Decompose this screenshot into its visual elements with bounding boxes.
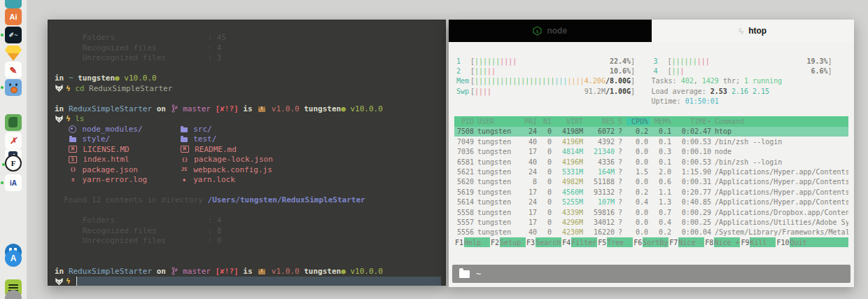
swap-meter: Swp[||||91.2M/1.00G]	[454, 86, 652, 96]
terminal-line	[55, 63, 441, 74]
tab-bar: s node ϟ htop	[449, 20, 854, 42]
fkey-f6[interactable]: F6	[633, 239, 643, 246]
gem-icon: ◆	[180, 176, 189, 183]
wolf-icon	[55, 115, 64, 123]
process-row[interactable]: 6581tungsten4004196M4336?0.00.10:00.53/b…	[454, 157, 848, 167]
lightning-icon: ϟ	[738, 26, 743, 36]
app-hyper-terminal[interactable]: ✐~	[5, 27, 22, 43]
fkey-label-setup[interactable]: Setup	[500, 237, 526, 247]
terminal-line: ≡ yarn-error.log ◆ yarn.lock	[55, 175, 441, 186]
fkey-label-sortby[interactable]: SortBy	[643, 237, 668, 247]
tab-htop[interactable]: ϟ htop	[652, 20, 855, 42]
app-paw[interactable]	[5, 79, 22, 96]
fkey-label-quit[interactable]: Quit	[790, 237, 816, 247]
meter-bars: |||||10.6%	[475, 66, 631, 76]
process-row[interactable]: 5621tungsten2405331M164M?1.52.01:15.90/A…	[454, 167, 848, 176]
app-evernote[interactable]	[5, 114, 22, 131]
branch-icon	[172, 104, 178, 113]
htop-panel: 1[||||||||||22.4%]2[|||||10.6%]Mem[|||||…	[449, 42, 854, 247]
left-terminal-window[interactable]: Folders : 45 Recognized files : 4 Unreco…	[48, 20, 446, 286]
fkey-label-nice-[interactable]: Nice +	[714, 237, 740, 247]
cpu-meter-1: 1[||||||||||22.4%]	[454, 56, 652, 66]
pkg-icon	[258, 105, 266, 113]
app-sketch[interactable]	[5, 44, 22, 61]
branch-icon	[172, 267, 178, 275]
fkey-label-nice-[interactable]: Nice -	[678, 237, 704, 247]
terminal-output: Folders : 45 Recognized files : 4 Unreco…	[48, 20, 445, 286]
running-indicator	[2, 163, 5, 166]
terminal-line	[55, 256, 441, 267]
dock: Ai✐~✎✗FiAA	[0, 0, 27, 299]
fkey-bar-filler	[816, 237, 848, 247]
terminal-line: ϟ ls	[55, 114, 441, 125]
fkey-label-tree[interactable]: Tree	[607, 237, 633, 247]
terminal-line: in ReduxSimpleStarter on master [✘!?] is…	[55, 104, 441, 114]
app-partial-top[interactable]	[5, 0, 22, 8]
fkey-label-help[interactable]: Help	[464, 237, 490, 247]
meter-bars: |||||||||19.3%	[672, 56, 828, 66]
terminal-line: M LICENSE.MD M README.md	[55, 144, 441, 155]
folder-icon	[69, 136, 78, 143]
fkey-label-search[interactable]: Search	[536, 237, 561, 247]
load-average-line: Load average: 2.53 2.16 2.15	[652, 86, 849, 96]
terminal-line: 5 index.html {} package-lock.json	[55, 155, 441, 165]
fkey-f10[interactable]: F10	[776, 239, 790, 246]
svg-text:s: s	[536, 29, 539, 34]
memory-meter: Mem[||||||||||||||||||||||||||4.20G/8.00…	[454, 76, 652, 86]
terminal-line: style/ test/	[55, 134, 441, 145]
app-store[interactable]: A	[5, 250, 22, 267]
process-row[interactable]: 5614tungsten2405255M107M?0.41.30:40.85/A…	[454, 197, 848, 207]
md-icon: M	[181, 146, 189, 153]
node-hexagon-icon: s	[533, 26, 542, 36]
pkg-icon	[258, 267, 266, 275]
meter-bars: ||||91.2M/1.00G	[475, 86, 631, 96]
log-icon: ≡	[69, 176, 78, 183]
process-row[interactable]: 5556tungsten4004230M16220?0.00.20:00.04/…	[454, 228, 848, 237]
app-framer[interactable]: F	[5, 155, 22, 172]
meter-label: 3	[652, 57, 668, 65]
terminal-line: Recognized files : 4	[55, 43, 441, 53]
footer-path: ~	[476, 269, 481, 279]
process-row[interactable]: 7036tungsten1704814M21340?0.00.30:00.10n…	[454, 147, 848, 157]
process-row[interactable]: 5619tungsten1704560M93132?0.21.10:20.77/…	[454, 187, 848, 197]
app-illustrator[interactable]: Ai	[5, 8, 22, 25]
terminal-line: Found 12 contents in directory /Users/tu…	[55, 195, 441, 206]
cpu-meter-3: 3[|||||||||19.3%]	[652, 56, 849, 66]
fkey-f1[interactable]: F1	[454, 239, 464, 246]
process-row[interactable]: 5620tungsten804982M51188?0.00.60:00.31/A…	[454, 177, 848, 187]
app-sketchpad[interactable]: ✗	[5, 132, 22, 149]
cpu-meter-2: 2[|||||10.6%]	[454, 66, 652, 76]
process-row[interactable]: 5558tungsten1704339M59816?0.00.70:00.29/…	[454, 207, 848, 217]
process-row[interactable]: 7049tungsten4004196M4392?0.00.10:00.53/b…	[454, 137, 848, 146]
fkey-label-filter[interactable]: Filter	[571, 237, 597, 247]
process-table-header: PIDUSERPRINIVIRTRESSCPU%MEM%TIME+Command	[454, 116, 848, 126]
app-ia-writer[interactable]: iA	[5, 174, 22, 191]
terminal-line: ϟ	[55, 277, 441, 287]
fkey-label-kill[interactable]: Kill	[750, 237, 776, 247]
fkey-f4[interactable]: F4	[561, 239, 571, 246]
meter-value: 10.6%	[610, 66, 631, 76]
fkey-f8[interactable]: F8	[704, 239, 714, 246]
terminal-line: {} package.json JS webpack.config.js	[55, 165, 441, 175]
fkey-f3[interactable]: F3	[526, 239, 536, 246]
fkey-f2[interactable]: F2	[490, 239, 500, 246]
fkey-f5[interactable]: F5	[597, 239, 607, 246]
running-indicator	[1, 34, 4, 36]
window-footer: ~	[452, 265, 850, 283]
process-row[interactable]: 5557tungsten1704296M34012?0.00.40:00.25/…	[454, 217, 848, 227]
running-indicator	[1, 181, 4, 184]
meter-value: 22.4%	[610, 56, 631, 66]
terminal-line	[55, 185, 441, 195]
terminal-cursor-line[interactable]	[76, 277, 441, 286]
terminal-line: in ReduxSimpleStarter on master [✘!?] is…	[55, 266, 441, 277]
process-row[interactable]: 7508tungsten2404198M6072?0.20.10:02.47ht…	[454, 127, 848, 137]
terminal-line: node_modules/ src/	[55, 124, 441, 134]
app-marker[interactable]: ✎	[5, 62, 22, 78]
fkey-f9[interactable]: F9	[740, 239, 750, 246]
terminal-line: ϟ cd ReduxSimpleStarter	[55, 83, 441, 94]
meter-value: 6.6%	[811, 66, 827, 76]
tab-node[interactable]: s node	[449, 20, 652, 42]
folder-icon	[180, 125, 189, 132]
fkey-f7[interactable]: F7	[668, 239, 678, 246]
running-indicator	[1, 86, 4, 89]
